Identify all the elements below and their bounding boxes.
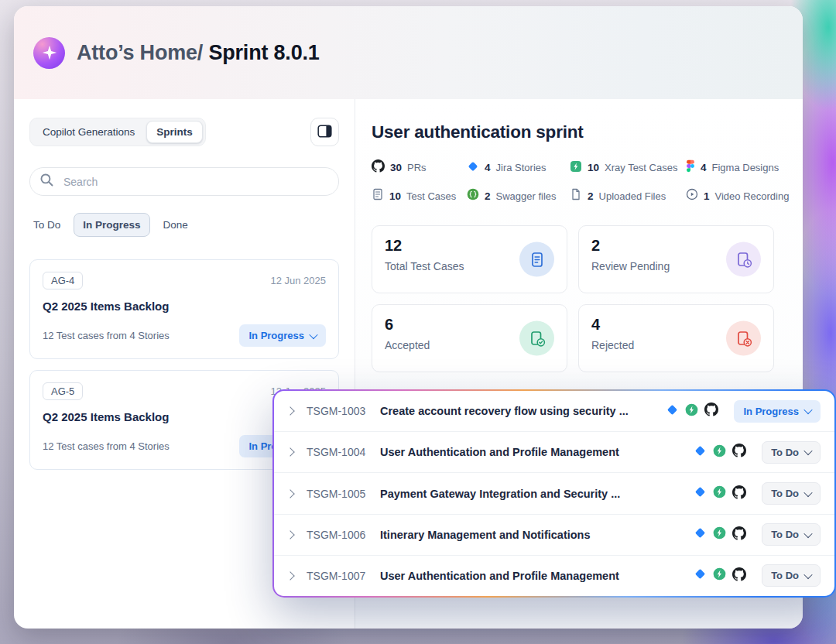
- stat-uploaded-files: 2 Uploaded Files: [570, 188, 686, 204]
- story-status-dropdown[interactable]: In Progress: [734, 400, 821, 423]
- jira-icon: [694, 567, 707, 584]
- chevron-down-icon: [803, 447, 812, 455]
- chevron-right-icon[interactable]: [286, 406, 294, 415]
- chevron-down-icon: [803, 529, 812, 538]
- stat-xray-test-cases: 10 Xray Test Cases: [570, 159, 686, 176]
- story-id: TSGM-1007: [307, 570, 380, 582]
- jira-icon: [694, 485, 707, 502]
- status-label: In Progress: [743, 406, 799, 417]
- app-title-text: Atto’s Home/: [77, 41, 203, 64]
- chevron-right-icon[interactable]: [286, 489, 294, 498]
- chevron-right-icon[interactable]: [286, 571, 294, 580]
- filter-done[interactable]: Done: [159, 213, 192, 237]
- summary-accepted: 6 Accepted: [372, 304, 567, 372]
- tab-copilot-generations[interactable]: Copilot Generations: [33, 121, 145, 143]
- stat-count: 1: [704, 190, 710, 202]
- summary-review-pending: 2 Review Pending: [578, 225, 774, 293]
- story-id: TSGM-1003: [307, 405, 380, 417]
- story-source-icons: [666, 402, 718, 420]
- chevron-right-icon[interactable]: [286, 530, 294, 539]
- jira-icon: [694, 444, 707, 461]
- status-filters: To Do In Progress Done: [29, 213, 339, 237]
- summary-total-test-cases: 12 Total Test Cases: [372, 225, 567, 293]
- panel-layout-icon: [317, 125, 332, 140]
- stat-label: Video Recording: [715, 190, 790, 202]
- story-row[interactable]: TSGM-1003 Create account recovery flow u…: [274, 391, 834, 431]
- xray-icon: [685, 403, 698, 420]
- stat-label: Xray Test Cases: [605, 162, 677, 173]
- tab-sprints[interactable]: Sprints: [146, 121, 203, 143]
- search-input[interactable]: [62, 175, 329, 189]
- jira-icon: [666, 403, 679, 420]
- story-row[interactable]: TSGM-1007 User Authentication and Profil…: [274, 555, 834, 596]
- swagger-icon: [467, 188, 479, 204]
- sprint-title-text: Sprint 8.0.1: [208, 41, 319, 64]
- story-source-icons: [694, 567, 746, 584]
- xray-icon: [570, 160, 582, 176]
- status-label: To Do: [771, 488, 799, 499]
- story-title: User Authentication and Profile Manageme…: [380, 570, 694, 582]
- stat-figma-designs: 4 Figma Designs: [686, 159, 790, 176]
- card-status-dropdown[interactable]: In Progress: [239, 324, 326, 347]
- stat-label: Swagger files: [496, 190, 557, 202]
- figma-icon: [686, 159, 695, 176]
- story-status-dropdown[interactable]: To Do: [762, 564, 821, 587]
- story-title: Itinerary Management and Notifications: [380, 529, 694, 541]
- stat-count: 2: [588, 190, 594, 202]
- card-title: Q2 2025 Items Backlog: [43, 300, 326, 313]
- card-tag: AG-4: [43, 272, 83, 289]
- stat-label: Uploaded Files: [599, 190, 666, 202]
- filter-todo[interactable]: To Do: [29, 213, 64, 237]
- view-switcher: Copilot Generations Sprints: [29, 118, 206, 146]
- collapse-panel-button[interactable]: [310, 118, 339, 146]
- chevron-down-icon: [803, 570, 812, 579]
- uploaded-files-icon: [570, 188, 582, 204]
- story-status-dropdown[interactable]: To Do: [762, 523, 821, 546]
- stat-count: 2: [485, 190, 491, 202]
- story-id: TSGM-1004: [307, 446, 380, 458]
- story-source-icons: [694, 444, 746, 461]
- stat-label: Jira Stories: [496, 162, 546, 173]
- filter-in-progress[interactable]: In Progress: [74, 213, 149, 237]
- chevron-down-icon: [309, 330, 317, 338]
- stat-test-cases: 10 Test Cases: [372, 188, 467, 204]
- card-subtitle: 12 Test cases from 4 Stories: [43, 440, 170, 452]
- github-icon: [732, 444, 746, 461]
- story-title: User Authentication and Profile Manageme…: [380, 446, 694, 458]
- search-bar: [29, 167, 339, 196]
- document-x-icon: [726, 321, 761, 356]
- sprint-card-ag4[interactable]: AG-4 12 Jun 2025 Q2 2025 Items Backlog 1…: [29, 259, 339, 359]
- video-recording-icon: [686, 188, 698, 204]
- story-row[interactable]: TSGM-1005 Payment Gateway Integration an…: [274, 472, 834, 513]
- github-icon: [732, 567, 746, 584]
- summary-cards: 12 Total Test Cases 2 Review Pending 6 A…: [372, 225, 803, 372]
- page-title: Atto’s Home/ Sprint 8.0.1: [77, 41, 320, 65]
- document-lines-icon: [519, 242, 554, 277]
- xray-icon: [713, 526, 726, 543]
- story-status-dropdown[interactable]: To Do: [762, 482, 821, 505]
- github-icon: [372, 159, 385, 176]
- story-row[interactable]: TSGM-1006 Itinerary Management and Notif…: [274, 514, 834, 555]
- stories-popup: TSGM-1003 Create account recovery flow u…: [272, 389, 836, 598]
- story-status-dropdown[interactable]: To Do: [762, 441, 821, 464]
- search-icon: [39, 173, 54, 190]
- stat-count: 10: [588, 162, 599, 173]
- document-check-icon: [519, 321, 554, 356]
- github-icon: [732, 526, 746, 543]
- stat-count: 4: [701, 162, 707, 173]
- status-label: To Do: [771, 529, 799, 540]
- story-title: Create account recovery flow using secur…: [380, 405, 666, 417]
- xray-icon: [713, 485, 726, 502]
- card-date: 12 Jun 2025: [270, 275, 326, 286]
- card-subtitle: 12 Test cases from 4 Stories: [43, 330, 170, 341]
- story-id: TSGM-1006: [307, 529, 380, 541]
- status-label: In Progress: [248, 330, 304, 341]
- stat-count: 10: [389, 190, 401, 202]
- chevron-right-icon[interactable]: [286, 448, 294, 457]
- xray-icon: [713, 567, 726, 584]
- status-label: To Do: [771, 447, 799, 458]
- story-row[interactable]: TSGM-1004 User Authentication and Profil…: [274, 431, 834, 472]
- story-id: TSGM-1005: [307, 488, 380, 500]
- sprint-stats: 30 PRs 4 Jira Stories 10 Xray Test Cases…: [372, 159, 790, 204]
- github-icon: [732, 485, 746, 502]
